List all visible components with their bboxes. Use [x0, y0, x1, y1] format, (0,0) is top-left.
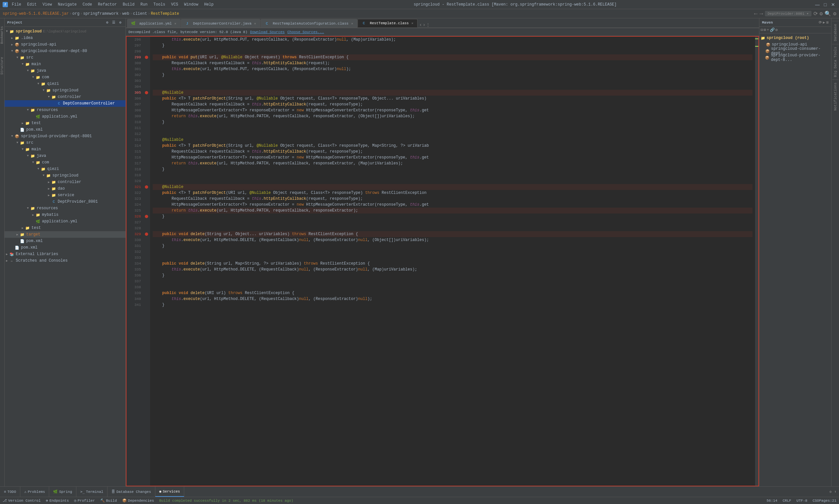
tree-item-consumer-springcloud[interactable]: ▼ 📁 springcloud [5, 87, 125, 94]
minimize-button[interactable]: — [814, 2, 821, 7]
bigdata-tab[interactable]: Big Data Tools [832, 44, 839, 79]
tree-item-provider-src[interactable]: ▼ 📁 src [5, 140, 125, 146]
tab-close-yml[interactable]: ✕ [174, 21, 177, 26]
breadcrumb-resttemplate[interactable]: RestTemplate [151, 12, 179, 16]
panel-settings-icon[interactable]: ⚙ [105, 20, 110, 25]
tree-item-consumer-pom[interactable]: 📄 pom.xml [5, 126, 125, 133]
tree-item-api[interactable]: ▶ 📦 springcloud-api [5, 41, 125, 48]
deptprovider-btn[interactable]: DeptProvider:8001 ▾ [765, 11, 811, 16]
download-sources-link[interactable]: Download Sources [250, 30, 285, 34]
bottom-tab-terminal[interactable]: >_ Terminal [76, 487, 107, 497]
bottom-tab-spring[interactable]: 🌿 Spring [49, 487, 76, 497]
status-vcs[interactable]: ⎇ Version Control [3, 499, 41, 503]
search-icon[interactable]: 🔍 [825, 11, 831, 17]
tree-item-provider-dao[interactable]: ▶ 📁 dao [5, 185, 125, 192]
breadcrumb-web[interactable]: web [122, 12, 129, 16]
panel-gear-icon[interactable]: ⚙ [118, 20, 123, 25]
tab-close-autoconfig[interactable]: ✕ [350, 21, 354, 26]
bottom-expand-icon[interactable]: ⬆ [834, 490, 836, 494]
bottom-tab-database[interactable]: 🗄 Database Changes [107, 487, 155, 497]
tree-item-provider-resources[interactable]: ▼ 📁 resources [5, 205, 125, 212]
tree-item-consumer-src[interactable]: ▼ 📁 src [5, 54, 125, 61]
tree-item-provider[interactable]: ▼ 📦 springcloud-provider-dept-8001 [5, 133, 125, 140]
tree-item-root-pom[interactable]: 📄 pom.xml [5, 244, 125, 251]
tree-item-external-libs[interactable]: ▶ 📚 External Libraries [5, 251, 125, 257]
tree-item-consumer-java[interactable]: ▼ 📁 java [5, 68, 125, 74]
maven-item-provider[interactable]: 📦 springcloud-provider-dept-8... [759, 54, 831, 61]
maven-collapse-icon[interactable]: ⊟ [761, 28, 763, 32]
notifications-tab[interactable]: Notifications [832, 79, 839, 113]
bottom-tab-problems[interactable]: ⚠ Problems [20, 487, 49, 497]
menu-build[interactable]: Build [120, 2, 137, 7]
tree-item-consumer-yml[interactable]: 🌿 application.yml [5, 113, 125, 120]
bottom-tab-todo[interactable]: ≡ TODO [0, 487, 20, 497]
tree-item-consumer-qiezi[interactable]: ▼ 📁 qiezi [5, 80, 125, 87]
menu-run[interactable]: Run [138, 2, 150, 7]
tree-item-consumer-main[interactable]: ▼ 📁 main [5, 61, 125, 68]
tree-item-provider-com[interactable]: ▼ 📁 com [5, 159, 125, 166]
tree-item-target[interactable]: ▶ 📁 target [5, 231, 125, 238]
menu-edit[interactable]: Edit [24, 2, 39, 7]
status-dependencies[interactable]: 📦 Dependencies [122, 499, 154, 503]
tree-item-provider-qiezi[interactable]: ▼ 📁 qiezi [5, 166, 125, 172]
breadcrumb-jar[interactable]: spring-web-5.1.6.RELEASE.jar [3, 12, 69, 16]
tab-autoconfig[interactable]: C RestTemplateAutoConfiguration.class ✕ [261, 19, 357, 28]
tree-item-idea[interactable]: ▶ 📁 .idea [5, 35, 125, 41]
maven-settings-icon[interactable]: ⚙ [775, 28, 778, 32]
menu-refactor[interactable]: Refactor [95, 2, 120, 7]
tab-controller[interactable]: J DeptConsumerController.java ✕ [181, 19, 260, 28]
status-context[interactable]: CSOPages:21 [812, 499, 836, 503]
tree-item-deptconsumer[interactable]: C DeptConsumerController [5, 100, 125, 107]
maximize-button[interactable]: □ [822, 2, 828, 7]
maven-link-icon[interactable]: 🔗 [770, 28, 775, 32]
tree-item-deptprovider[interactable]: C DeptProvider_8001 [5, 198, 125, 205]
bottom-settings-icon[interactable]: ⚙ [829, 490, 832, 494]
status-encoding[interactable]: UTF-8 [797, 499, 807, 503]
panel-layout-icon[interactable]: ☰ [111, 20, 116, 25]
maven-refresh-icon[interactable]: ⟳ [819, 20, 822, 24]
tree-item-consumer-controller[interactable]: ▼ 📁 controller [5, 94, 125, 100]
tree-item-provider-main[interactable]: ▼ 📁 main [5, 146, 125, 152]
menu-file[interactable]: File [9, 2, 24, 7]
menu-window[interactable]: Window [181, 2, 201, 7]
tree-item-consumer-test[interactable]: ▶ 📁 test [5, 120, 125, 126]
tab-close-resttemplate[interactable]: ✕ [410, 21, 414, 25]
tree-item-springcloud-root[interactable]: ▼ 📁 springcloud E:\logback\springcloud [5, 28, 125, 35]
nav-icon-1[interactable]: ⟳ [814, 11, 818, 17]
database-tab[interactable]: Database [832, 21, 839, 44]
maven-run-icon[interactable]: ▶ [823, 20, 825, 24]
menu-view[interactable]: View [40, 2, 55, 7]
maven-add-icon[interactable]: + [767, 28, 769, 32]
tree-item-provider-springcloud[interactable]: ▼ 📁 springcloud [5, 172, 125, 179]
tree-item-consumer-com[interactable]: ▼ 📁 com [5, 74, 125, 80]
tab-scroll-right[interactable]: › [423, 22, 425, 28]
tree-item-mybatis[interactable]: ▶ 📁 mybatis [5, 212, 125, 218]
gear-icon[interactable]: ⚙ [833, 11, 836, 17]
menu-vcs[interactable]: VCS [169, 2, 181, 7]
tree-item-consumer[interactable]: ▼ 📦 springcloud-consumer-dept-80 [5, 48, 125, 54]
vertical-scrollbar[interactable] [755, 37, 758, 486]
nav-forward-btn[interactable]: → [759, 11, 763, 17]
tree-item-provider-service[interactable]: ▶ 📁 service [5, 192, 125, 198]
menu-tools[interactable]: Tools [151, 2, 168, 7]
status-endpoints[interactable]: ⊕ Endpoints [46, 499, 69, 503]
tab-close-controller[interactable]: ✕ [254, 21, 257, 26]
tree-item-provider-yml[interactable]: 🌿 application.yml [5, 218, 125, 224]
choose-sources-link[interactable]: Choose Sources... [287, 30, 324, 34]
tree-item-provider-test[interactable]: ▶ 📁 test [5, 224, 125, 231]
breadcrumb-client[interactable]: client [133, 12, 147, 16]
status-line-ending[interactable]: CRLF [783, 499, 791, 503]
breadcrumb-org[interactable]: org [72, 12, 80, 16]
close-button[interactable]: ✕ [830, 2, 836, 7]
nav-back-btn[interactable]: ← [754, 11, 758, 17]
tab-scroll-left[interactable]: ‹ [419, 22, 422, 28]
status-build[interactable]: 🔨 Build [100, 499, 117, 503]
tree-item-consumer-resources[interactable]: ▼ 📁 resources [5, 107, 125, 113]
status-position[interactable]: 56:14 [767, 499, 777, 503]
menu-code[interactable]: Code [80, 2, 95, 7]
menu-navigate[interactable]: Navigate [55, 2, 79, 7]
maven-item-root[interactable]: 📁 springcloud (root) [759, 35, 831, 41]
maven-menu-icon[interactable]: ⊞ [826, 20, 828, 24]
status-profiler[interactable]: ◷ Profiler [74, 499, 95, 503]
breadcrumb-springframework[interactable]: springframework [83, 12, 119, 16]
